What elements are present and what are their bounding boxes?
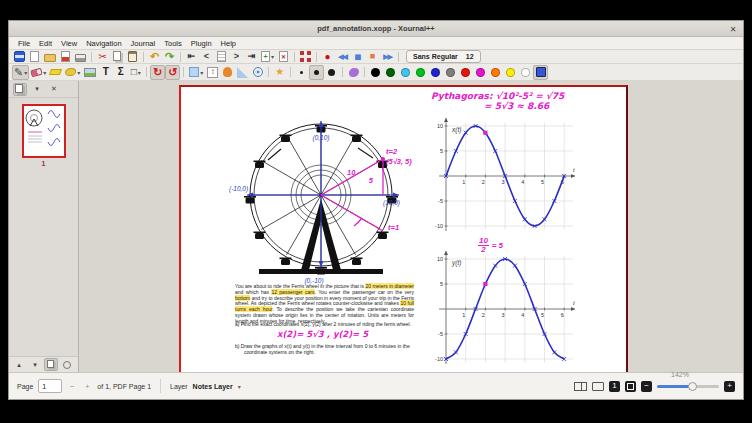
redo-button[interactable]: ↷	[162, 50, 177, 63]
two-page-view-icon[interactable]	[574, 382, 587, 391]
grid-snapping-button[interactable]: ↺	[165, 65, 180, 80]
new-page-after-dropdown-icon[interactable]: ▾	[271, 53, 274, 60]
page-thumbnail[interactable]	[22, 104, 66, 158]
menu-navigation[interactable]: Navigation	[82, 38, 125, 49]
fit-page-button[interactable]: 1	[609, 381, 620, 392]
font-button[interactable]: Sans Regular12	[406, 50, 481, 63]
paste-button[interactable]	[125, 50, 140, 63]
pen-tool-button[interactable]: ✎▾	[12, 65, 29, 80]
forward-button[interactable]: ▶▶	[380, 50, 395, 63]
highlighter-tool-icon	[49, 69, 62, 75]
pause-button[interactable]: ▮▮	[350, 50, 365, 63]
color-yellow-button[interactable]	[503, 65, 518, 80]
svg-text:x(t): x(t)	[451, 126, 461, 134]
delete-page-button[interactable]: ✕	[276, 50, 291, 63]
color-dark-green-button[interactable]	[383, 65, 398, 80]
fullscreen-button[interactable]	[298, 50, 313, 63]
thickness-fine-button[interactable]	[294, 65, 309, 80]
undo-button[interactable]: ↶	[147, 50, 162, 63]
zoom-slider[interactable]: 142%	[657, 379, 719, 393]
cut-button[interactable]: ✂	[95, 50, 110, 63]
fill-toggle-button[interactable]	[346, 65, 361, 80]
layer-selector[interactable]: Notes Layer	[193, 383, 233, 390]
menu-tools[interactable]: Tools	[160, 38, 186, 49]
sidebar-page-up[interactable]: ▴	[12, 358, 26, 371]
copy-button[interactable]	[110, 50, 125, 63]
menu-plugin[interactable]: Plugin	[187, 38, 216, 49]
page-decrement-button[interactable]: −	[67, 382, 77, 391]
first-page-button[interactable]: ⇤	[184, 50, 199, 63]
window-close-icon[interactable]: ✕	[727, 23, 739, 35]
handwritten-fraction: 102 = 5	[478, 237, 503, 254]
highlighter-tool-button[interactable]	[48, 65, 63, 80]
zoom-out-button[interactable]: −	[641, 381, 652, 392]
color-blue-button[interactable]	[428, 65, 443, 80]
menu-view[interactable]: View	[57, 38, 81, 49]
thickness-thick-button[interactable]	[324, 65, 339, 80]
handwritten-answer-a: x(2)= 5√3 , y(2)= 5	[277, 329, 368, 339]
setsquare-tool-button[interactable]	[235, 65, 250, 80]
fit-width-button[interactable]	[625, 381, 636, 392]
color-green-button[interactable]	[413, 65, 428, 80]
record-audio-button[interactable]: ●	[320, 50, 335, 63]
pen-tool-dropdown-icon[interactable]: ▾	[24, 69, 27, 76]
paragraph-text: and try to describe your position in eve…	[235, 295, 414, 307]
select-lasso-tool-dropdown-icon[interactable]: ▾	[77, 69, 80, 76]
eraser-tool-button[interactable]: ▾	[29, 65, 48, 80]
select-rectangle-button[interactable]: ▾	[187, 65, 205, 80]
layer-dropdown-icon[interactable]: ▾	[238, 383, 241, 390]
eraser-tool-dropdown-icon[interactable]: ▾	[43, 69, 46, 76]
sidebar-page-down[interactable]: ▾	[28, 358, 42, 371]
pdf-page[interactable]: (0,10) (-10,0) (10,0) (0,-10)	[179, 85, 628, 372]
document-canvas[interactable]: (0,10) (-10,0) (10,0) (0,-10)	[79, 81, 743, 372]
shape-recognizer-button[interactable]: ★	[272, 65, 287, 80]
hand-tool-button[interactable]	[220, 65, 235, 80]
menu-file[interactable]: File	[14, 38, 34, 49]
color-magenta-button[interactable]	[473, 65, 488, 80]
menu-journal[interactable]: Journal	[127, 38, 160, 49]
next-page-button[interactable]: >	[229, 50, 244, 63]
rotation-snapping-button[interactable]: ↻	[150, 65, 165, 80]
sidebar-dropdown[interactable]: ▾	[30, 83, 44, 96]
color-gray-button[interactable]	[443, 65, 458, 80]
shape-tool-button[interactable]: □▾	[128, 65, 143, 80]
save-button[interactable]	[12, 50, 27, 63]
page-number-input[interactable]	[38, 379, 62, 393]
vertical-space-tool-button[interactable]: ↕	[205, 65, 220, 80]
compass-tool-button[interactable]	[250, 65, 265, 80]
open-folder-button[interactable]	[42, 50, 58, 63]
menu-edit[interactable]: Edit	[35, 38, 56, 49]
sidebar-duplicate-page[interactable]	[44, 358, 58, 371]
image-tool-button[interactable]	[82, 65, 98, 80]
rewind-button[interactable]: ◀◀	[335, 50, 350, 63]
color-white-button[interactable]	[518, 65, 533, 80]
tex-tool-button[interactable]: Σ	[113, 65, 128, 80]
last-page-button[interactable]: ⇥	[244, 50, 259, 63]
color-black-button[interactable]	[368, 65, 383, 80]
stop-button[interactable]: ■	[365, 50, 380, 63]
color-cyan-button[interactable]	[398, 65, 413, 80]
menu-help[interactable]: Help	[217, 38, 240, 49]
sidebar-pages-tab[interactable]	[13, 83, 27, 96]
export-pdf-button[interactable]	[58, 50, 73, 63]
thickness-medium-button[interactable]	[309, 65, 324, 80]
sidebar-goto-page[interactable]	[60, 358, 74, 371]
previous-page-button[interactable]: <	[199, 50, 214, 63]
text-tool-button[interactable]: T	[98, 65, 113, 80]
select-rectangle-dropdown-icon[interactable]: ▾	[200, 69, 203, 76]
select-lasso-tool-button[interactable]: ▾	[63, 65, 82, 80]
color-orange-button[interactable]	[488, 65, 503, 80]
new-document-button[interactable]	[27, 50, 42, 63]
print-button[interactable]	[73, 50, 88, 63]
new-page-after-button[interactable]: +▾	[259, 50, 276, 63]
color-chooser-button[interactable]	[533, 65, 548, 80]
zoom-in-button[interactable]: +	[724, 381, 735, 392]
shape-tool-dropdown-icon[interactable]: ▾	[138, 69, 141, 76]
page-preview-button[interactable]	[214, 50, 229, 63]
zoom-slider-knob[interactable]	[688, 382, 697, 391]
toolbar-separator	[91, 52, 92, 62]
sidebar-close[interactable]: ✕	[47, 83, 61, 96]
color-red-button[interactable]	[458, 65, 473, 80]
page-increment-button[interactable]: +	[82, 382, 92, 391]
presentation-mode-icon[interactable]	[592, 382, 604, 391]
